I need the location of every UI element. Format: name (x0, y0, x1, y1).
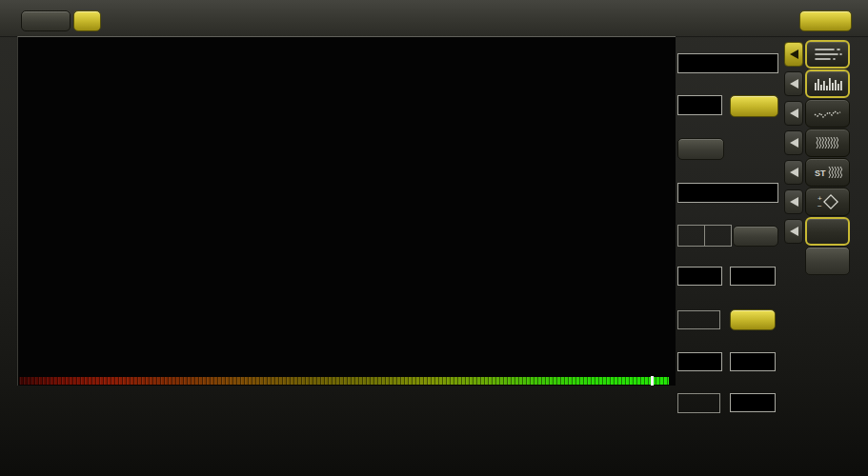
svg-text:ST: ST (815, 169, 826, 178)
view-select-arrow-7[interactable] (784, 219, 803, 244)
override-infinite-button[interactable] (733, 226, 778, 247)
view-select-arrow-3[interactable] (784, 101, 803, 126)
horizontal-arrows-button[interactable] (73, 10, 101, 31)
spectrum-lines-icon (811, 45, 845, 64)
left-triangle-icon (790, 227, 798, 236)
tool-stripes-button[interactable] (805, 129, 850, 157)
spectrum-color-strip (19, 377, 669, 385)
middle-color-swatch[interactable] (677, 310, 720, 329)
svg-text:−: − (818, 202, 822, 210)
left-triangle-icon (790, 79, 798, 89)
tool-split-view-button[interactable] (805, 217, 850, 246)
stats-setup-button[interactable] (805, 247, 850, 275)
left-triangle-icon (790, 109, 798, 118)
stereo-level-meter (34, 399, 634, 438)
tool-scatter-wave-button[interactable] (805, 99, 850, 128)
view-select-arrow-1[interactable] (784, 42, 803, 67)
scatter-wave-icon (811, 104, 845, 123)
peak-hold-button[interactable] (730, 309, 776, 330)
top-color-swatch-red[interactable] (677, 225, 705, 247)
split1-field[interactable] (677, 267, 722, 286)
freeze-button[interactable] (677, 138, 724, 160)
color-strip-marker (651, 376, 654, 386)
spectrum-bars-icon (811, 74, 845, 93)
pan-diamond-icon: + − (811, 192, 845, 211)
spectrum-display[interactable] (17, 36, 676, 386)
left-triangle-icon (790, 168, 798, 177)
display-style-field[interactable] (677, 183, 778, 203)
left-triangle-icon (790, 50, 798, 59)
full-scale-field[interactable] (677, 95, 722, 115)
top-color-swatch-white[interactable] (704, 225, 732, 247)
left-triangle-icon (790, 138, 798, 148)
response-field[interactable] (730, 393, 776, 412)
tool-spectrum-lines-button[interactable] (805, 40, 850, 69)
view-select-arrow-2[interactable] (784, 71, 803, 96)
left-triangle-icon (790, 197, 798, 207)
tool-stereo-stripes-button[interactable]: ST (805, 158, 850, 187)
spectrum-plot (18, 37, 676, 386)
view-select-arrow-4[interactable] (784, 130, 803, 155)
link-button[interactable] (799, 10, 852, 31)
stripes-icon (811, 133, 845, 152)
horiz-button[interactable] (730, 95, 778, 117)
time-field[interactable] (730, 267, 776, 286)
preset-field[interactable] (677, 53, 778, 73)
view-select-arrow-6[interactable] (784, 189, 803, 214)
app-logo (515, 9, 781, 30)
bottom-color-swatch[interactable] (677, 393, 720, 413)
view-select-arrow-5[interactable] (784, 160, 803, 185)
clear-button[interactable] (21, 10, 71, 31)
tool-spectrum-bars-button[interactable] (805, 69, 850, 98)
meter-db-scale (34, 437, 654, 449)
split2-field[interactable] (677, 352, 722, 371)
stereo-stripes-icon: ST (811, 163, 845, 182)
tool-pan-diamond-button[interactable]: + − (805, 188, 850, 216)
fallback-field[interactable] (730, 352, 776, 371)
